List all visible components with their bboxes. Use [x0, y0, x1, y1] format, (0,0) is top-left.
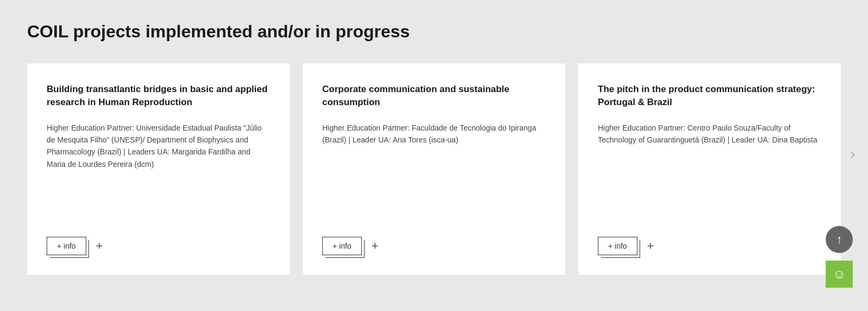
card-3: The pitch in the product communication s… [578, 63, 841, 275]
chat-smile-icon: ☺ [833, 267, 846, 282]
cards-container: Building transatlantic bridges in basic … [27, 63, 841, 275]
card-1-plus-icon: + [96, 240, 103, 252]
page-wrapper: COIL projects implemented and/or in prog… [0, 0, 868, 307]
card-2-info-button[interactable]: + info [322, 237, 362, 255]
card-3-footer: + info + [598, 237, 821, 255]
card-1-footer: + info + [47, 237, 270, 255]
page-title: COIL projects implemented and/or in prog… [27, 22, 841, 42]
card-2-title: Corporate communication and sustainable … [322, 83, 546, 109]
card-3-info-button[interactable]: + info [598, 237, 637, 255]
card-3-plus-icon: + [647, 240, 654, 252]
card-1-info-button[interactable]: + info [47, 237, 86, 255]
card-1-title: Building transatlantic bridges in basic … [47, 83, 270, 109]
chat-button[interactable]: ☺ [826, 261, 853, 288]
arrow-up-icon: ↑ [837, 234, 843, 245]
card-2-body: Higher Education Partner: Faculdade de T… [322, 122, 546, 219]
next-arrow-button[interactable]: › [843, 138, 863, 170]
card-2: Corporate communication and sustainable … [303, 63, 565, 275]
card-2-plus-icon: + [372, 240, 379, 252]
chevron-right-icon: › [850, 145, 855, 163]
card-3-title: The pitch in the product communication s… [598, 83, 821, 109]
scroll-top-button[interactable]: ↑ [826, 226, 853, 253]
card-2-footer: + info + [322, 237, 546, 255]
card-1: Building transatlantic bridges in basic … [27, 63, 290, 275]
card-1-body: Higher Education Partner: Universidade E… [47, 122, 270, 219]
card-3-body: Higher Education Partner: Centro Paulo S… [598, 122, 821, 219]
